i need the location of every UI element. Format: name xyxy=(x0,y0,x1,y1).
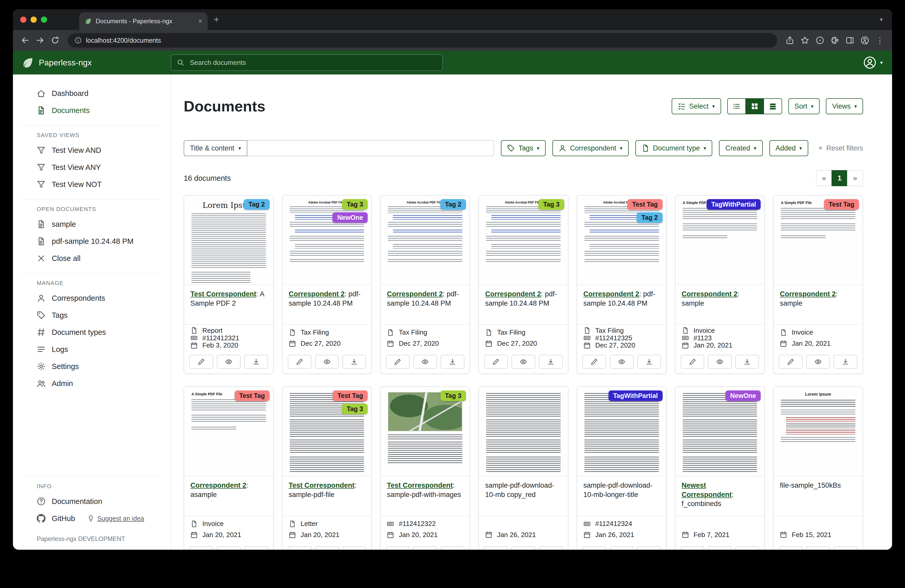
sidebar-item-github[interactable]: GitHubSuggest an idea xyxy=(13,510,171,527)
view-button[interactable] xyxy=(217,355,241,369)
document-title[interactable]: Newest Correspondent: f_combineds xyxy=(675,476,765,516)
correspondent-link[interactable]: Correspondent 2 xyxy=(780,290,836,298)
sidebar-item-logs[interactable]: Logs xyxy=(13,341,171,358)
correspondent-link[interactable]: Correspondent 2 xyxy=(289,290,345,298)
tab-search-icon[interactable]: ▾ xyxy=(880,9,883,30)
tab-close-icon[interactable]: × xyxy=(198,17,202,25)
download-button[interactable] xyxy=(441,546,464,550)
detail-view-button[interactable] xyxy=(764,98,782,114)
profile-icon[interactable] xyxy=(858,33,872,47)
document-title[interactable]: Correspondent 2: pdf-sample 10.24.48 PM xyxy=(283,285,372,325)
edit-button[interactable] xyxy=(779,355,803,369)
sidebar-item-document-types[interactable]: Document types xyxy=(13,324,171,341)
menu-kebab-icon[interactable]: ⋮ xyxy=(873,33,887,47)
sidebar-item-documents[interactable]: Documents xyxy=(13,102,171,119)
sidebar-item-close-all[interactable]: Close all xyxy=(13,250,171,267)
edit-button[interactable] xyxy=(681,355,705,369)
select-button[interactable]: Select ▾ xyxy=(672,98,721,114)
view-button[interactable] xyxy=(217,546,241,550)
tag-badge[interactable]: Test Tag xyxy=(235,390,270,401)
document-thumbnail[interactable]: Adobe Acrobat PDF FilesTag 3NewOne xyxy=(283,195,372,285)
sidebar-item-test-view-not[interactable]: Test View NOT xyxy=(13,176,171,193)
tag-badge[interactable]: Tag 2 xyxy=(440,199,466,210)
correspondent-link[interactable]: Test Correspondent xyxy=(289,482,355,489)
sidebar-item-pdf-sample-10-24-48-pm[interactable]: pdf-sample 10.24.48 PM xyxy=(13,233,171,250)
correspondent-link[interactable]: Test Correspondent xyxy=(191,290,256,298)
document-thumbnail[interactable] xyxy=(479,387,568,476)
view-button[interactable] xyxy=(511,355,535,369)
edit-button[interactable] xyxy=(189,546,213,550)
document-thumbnail[interactable]: Tag 3 xyxy=(381,387,470,476)
document-title[interactable]: Correspondent 2: pdf-sample 10.24.48 PM xyxy=(479,285,568,325)
sort-button[interactable]: Sort▾ xyxy=(788,98,820,114)
download-button[interactable] xyxy=(244,546,268,550)
download-button[interactable] xyxy=(834,546,857,550)
sidebar-item-documentation[interactable]: Documentation xyxy=(13,493,171,510)
correspondent-link[interactable]: Correspondent 2 xyxy=(682,290,738,298)
download-button[interactable] xyxy=(441,355,464,369)
tag-badge[interactable]: Tag 2 xyxy=(637,212,662,223)
search-input[interactable] xyxy=(189,58,437,67)
forward-icon[interactable] xyxy=(33,33,47,47)
reload-icon[interactable] xyxy=(48,33,62,47)
tag-badge[interactable]: Test Tag xyxy=(824,199,859,210)
document-thumbnail[interactable]: Test TagTag 3 xyxy=(283,387,372,476)
tag-badge[interactable]: Test Tag xyxy=(333,390,368,401)
edit-button[interactable] xyxy=(779,546,803,550)
tag-badge[interactable]: Tag 2 xyxy=(244,199,269,210)
sidebar-item-sample[interactable]: sample xyxy=(13,216,171,233)
edit-button[interactable] xyxy=(583,355,606,369)
edit-button[interactable] xyxy=(288,355,311,369)
title-content-dropdown[interactable]: Title & content ▾ xyxy=(184,140,247,156)
view-button[interactable] xyxy=(315,355,339,369)
correspondent-link[interactable]: Test Correspondent xyxy=(387,482,453,489)
new-tab-button[interactable]: + xyxy=(214,15,219,24)
correspondent-link[interactable]: Correspondent 2 xyxy=(387,290,443,298)
edit-button[interactable] xyxy=(681,546,705,550)
app-brand[interactable]: Paperless-ngx xyxy=(21,56,171,69)
edit-button[interactable] xyxy=(288,546,311,550)
user-menu[interactable]: ▾ xyxy=(863,56,892,69)
download-button[interactable] xyxy=(539,355,563,369)
document-thumbnail[interactable]: Adobe Acrobat PDF FilesTag 2 xyxy=(381,195,470,285)
tag-badge[interactable]: Tag 3 xyxy=(440,390,466,401)
document-title[interactable]: Correspondent 2: sample xyxy=(675,285,765,325)
edit-button[interactable] xyxy=(189,355,213,369)
document-thumbnail[interactable]: A Simple PDF FileTagWithPartial xyxy=(675,195,765,285)
zoom-window-button[interactable] xyxy=(41,17,47,23)
document-title[interactable]: Test Correspondent: sample-pdf-with-imag… xyxy=(381,476,470,516)
prev-page-button[interactable]: « xyxy=(816,170,832,186)
download-button[interactable] xyxy=(637,355,661,369)
sidebar-item-tags[interactable]: Tags xyxy=(13,307,171,324)
document-thumbnail[interactable]: Adobe Acrobat PDF FilesTest TagTag 2 xyxy=(577,195,666,285)
document-title[interactable]: Correspondent 2: pdf-sample 10.24.48 PM xyxy=(381,285,470,325)
document-thumbnail[interactable]: Lorem ipsum xyxy=(773,387,862,476)
sidebar-item-correspondents[interactable]: Correspondents xyxy=(13,290,171,307)
next-page-button[interactable]: » xyxy=(847,170,863,186)
document-thumbnail[interactable]: A Simple PDF FileTest Tag xyxy=(773,195,862,285)
extensions-icon[interactable] xyxy=(828,33,842,47)
edit-button[interactable] xyxy=(386,546,410,550)
document-thumbnail[interactable]: Adobe Acrobat PDF FilesTag 3 xyxy=(479,195,568,285)
sidebar-item-settings[interactable]: Settings xyxy=(13,358,171,375)
view-button[interactable] xyxy=(413,546,437,550)
address-bar[interactable]: localhost:4200/documents xyxy=(68,33,777,48)
tag-badge[interactable]: Test Tag xyxy=(627,199,662,210)
filter-created-button[interactable]: Created▾ xyxy=(719,140,762,156)
grid-view-button[interactable] xyxy=(745,98,764,114)
tag-badge[interactable]: NewOne xyxy=(726,390,761,401)
sidebar-item-test-view-and[interactable]: Test View AND xyxy=(13,142,171,159)
download-button[interactable] xyxy=(343,355,366,369)
tag-badge[interactable]: NewOne xyxy=(332,212,368,223)
document-title[interactable]: Test Correspondent: A Sample PDF 2 xyxy=(184,285,273,325)
document-title[interactable]: file-sample_150kBs xyxy=(773,476,862,516)
filter-added-button[interactable]: Added▾ xyxy=(769,140,808,156)
tag-badge[interactable]: TagWithPartial xyxy=(608,390,662,401)
document-thumbnail[interactable]: A Simple PDF FileTest Tag xyxy=(184,387,273,476)
document-thumbnail[interactable]: NewOne xyxy=(675,387,765,476)
view-button[interactable] xyxy=(413,355,437,369)
correspondent-link[interactable]: Newest Correspondent xyxy=(682,482,732,499)
correspondent-link[interactable]: Correspondent 2 xyxy=(485,290,541,298)
side-panel-icon[interactable] xyxy=(843,33,857,47)
view-button[interactable] xyxy=(315,546,339,550)
